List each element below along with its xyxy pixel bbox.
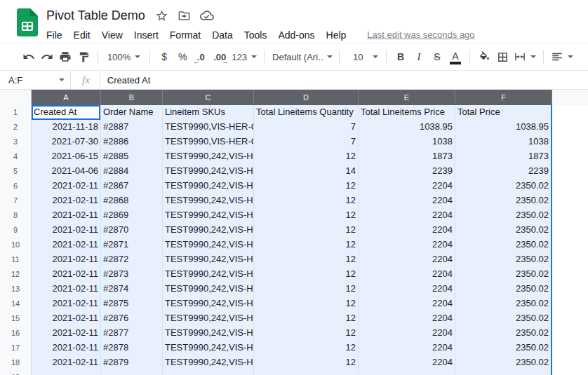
- name-box[interactable]: A:F: [0, 71, 70, 89]
- cell-A13[interactable]: 2021-02-11: [32, 282, 101, 297]
- cell-B14[interactable]: #2875: [101, 296, 163, 312]
- increase-decimal-button[interactable]: .00 →: [210, 48, 229, 66]
- cell-B19[interactable]: [101, 370, 163, 375]
- row-header-6[interactable]: 6: [0, 179, 32, 194]
- cell-A4[interactable]: 2021-06-15: [32, 149, 101, 165]
- print-button[interactable]: [56, 48, 74, 66]
- row-header-16[interactable]: 16: [0, 326, 32, 341]
- cell-E12[interactable]: 2204: [359, 267, 455, 282]
- cell-B4[interactable]: #2885: [101, 149, 163, 165]
- cell-C15[interactable]: TEST9990,242,VIS-HE: [163, 311, 254, 327]
- cell-F6[interactable]: 2350.02: [455, 179, 552, 194]
- strikethrough-button[interactable]: S: [428, 48, 446, 66]
- menu-item-edit[interactable]: Edit: [68, 28, 96, 42]
- menu-item-insert[interactable]: Insert: [128, 28, 164, 42]
- cell-B5[interactable]: #2884: [101, 164, 163, 179]
- cell-A14[interactable]: 2021-02-11: [32, 296, 101, 312]
- menu-item-help[interactable]: Help: [321, 28, 352, 42]
- cell-F11[interactable]: 2350.02: [455, 252, 552, 268]
- cell-D1[interactable]: Total Lineitems Quantity: [254, 105, 359, 121]
- row-header-8[interactable]: 8: [0, 208, 32, 224]
- menu-item-data[interactable]: Data: [206, 28, 239, 42]
- cell-D17[interactable]: 12: [254, 341, 359, 356]
- cell-C4[interactable]: TEST9990,242,VIS-HE: [163, 149, 254, 165]
- cell-F1[interactable]: Total Price: [455, 105, 552, 121]
- row-header-7[interactable]: 7: [0, 193, 32, 209]
- cell-D7[interactable]: 12: [254, 193, 359, 209]
- menu-item-tools[interactable]: Tools: [239, 28, 273, 42]
- column-header-B[interactable]: B: [101, 90, 163, 106]
- cell-D10[interactable]: 12: [254, 238, 359, 253]
- cell-B12[interactable]: #2873: [101, 267, 163, 282]
- cell-E7[interactable]: 2204: [359, 193, 455, 209]
- cell-E4[interactable]: 1873: [359, 149, 455, 165]
- column-header-D[interactable]: D: [254, 90, 359, 106]
- cell-A11[interactable]: 2021-02-11: [32, 252, 101, 268]
- fill-color-button[interactable]: [475, 48, 493, 66]
- bold-button[interactable]: B: [392, 48, 410, 66]
- font-family-select[interactable]: Default (Ari…: [269, 48, 334, 66]
- cell-B9[interactable]: #2870: [101, 223, 163, 238]
- cell-E5[interactable]: 2239: [359, 164, 455, 179]
- cell-A9[interactable]: 2021-02-11: [32, 223, 101, 238]
- cell-D4[interactable]: 12: [254, 149, 359, 165]
- cell-C19[interactable]: [163, 370, 254, 375]
- cell-C14[interactable]: TEST9990,242,VIS-HE: [163, 296, 254, 312]
- column-header-A[interactable]: A: [32, 90, 101, 106]
- cell-A15[interactable]: 2021-02-11: [32, 311, 101, 327]
- cell-D15[interactable]: 12: [254, 311, 359, 327]
- row-header-11[interactable]: 11: [0, 252, 32, 268]
- cell-A7[interactable]: 2021-02-11: [32, 193, 101, 209]
- cell-C10[interactable]: TEST9990,242,VIS-HE: [163, 238, 254, 253]
- cell-D6[interactable]: 12: [254, 179, 359, 194]
- cell-D19[interactable]: [254, 370, 359, 375]
- cell-A10[interactable]: 2021-02-11: [32, 238, 101, 253]
- more-formats-button[interactable]: 123: [229, 48, 259, 66]
- cell-C11[interactable]: TEST9990,242,VIS-HE: [163, 252, 254, 268]
- cell-E17[interactable]: 2204: [359, 341, 455, 356]
- cell-E1[interactable]: Total Lineitems Price: [359, 105, 455, 121]
- cell-E11[interactable]: 2204: [359, 252, 455, 268]
- merge-cells-button[interactable]: [512, 48, 538, 66]
- cell-E19[interactable]: [359, 370, 455, 375]
- cell-F2[interactable]: 1038.95: [455, 120, 552, 135]
- italic-button[interactable]: I: [410, 48, 428, 66]
- last-edit-status[interactable]: Last edit was seconds ago: [367, 29, 474, 40]
- menu-item-view[interactable]: View: [96, 28, 128, 42]
- cell-A3[interactable]: 2021-07-30: [32, 135, 101, 150]
- cell-C6[interactable]: TEST9990,242,VIS-HE: [163, 179, 254, 194]
- cell-B1[interactable]: Order Name: [101, 105, 163, 121]
- cell-D9[interactable]: 12: [254, 223, 359, 238]
- cell-F7[interactable]: 2350.02: [455, 193, 552, 209]
- cell-A16[interactable]: 2021-02-11: [32, 326, 101, 341]
- move-folder-icon[interactable]: [178, 9, 191, 22]
- row-header-14[interactable]: 14: [0, 296, 32, 312]
- cell-A2[interactable]: 2021-11-18: [32, 120, 101, 135]
- document-title[interactable]: Pivot Table Demo: [46, 8, 145, 23]
- cell-F16[interactable]: 2350.02: [455, 326, 552, 341]
- cell-F9[interactable]: 2350.02: [455, 223, 552, 238]
- cell-C1[interactable]: Lineitem SKUs: [163, 105, 254, 121]
- cell-C18[interactable]: TEST9990,242,VIS-HE: [163, 355, 254, 371]
- cell-B16[interactable]: #2877: [101, 326, 163, 341]
- cell-F5[interactable]: 2239: [455, 164, 552, 179]
- format-currency-button[interactable]: $: [155, 48, 173, 66]
- cell-A6[interactable]: 2021-02-11: [32, 179, 101, 194]
- zoom-select[interactable]: 100%: [103, 48, 145, 66]
- row-header-3[interactable]: 3: [0, 135, 32, 150]
- row-header-9[interactable]: 9: [0, 223, 32, 238]
- cell-A8[interactable]: 2021-02-11: [32, 208, 101, 224]
- cell-C8[interactable]: TEST9990,242,VIS-HE: [163, 208, 254, 224]
- cell-E2[interactable]: 1038.95: [359, 120, 455, 135]
- cell-B17[interactable]: #2878: [101, 341, 163, 356]
- cell-E8[interactable]: 2204: [359, 208, 455, 224]
- row-header-19[interactable]: 19: [0, 370, 32, 375]
- cell-C17[interactable]: TEST9990,242,VIS-HE: [163, 341, 254, 356]
- cell-D11[interactable]: 12: [254, 252, 359, 268]
- row-header-12[interactable]: 12: [0, 267, 32, 282]
- cell-D5[interactable]: 14: [254, 164, 359, 179]
- column-header-F[interactable]: F: [455, 90, 552, 106]
- cell-B6[interactable]: #2867: [101, 179, 163, 194]
- cell-F19[interactable]: [455, 370, 552, 375]
- row-header-15[interactable]: 15: [0, 311, 32, 327]
